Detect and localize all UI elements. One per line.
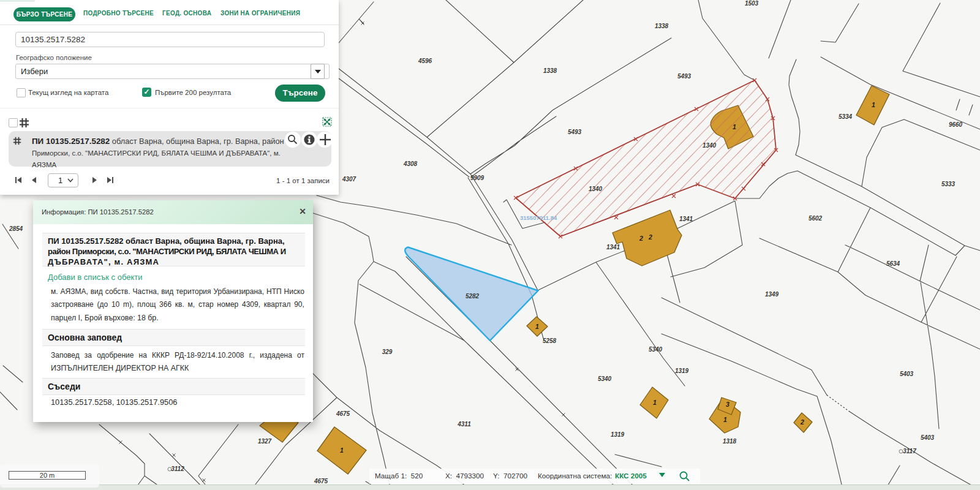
svg-text:5282: 5282 [466, 293, 480, 300]
svg-text:2: 2 [648, 233, 652, 241]
svg-text:5403: 5403 [921, 434, 935, 441]
svg-text:3: 3 [726, 401, 729, 408]
svg-text:4308: 4308 [403, 160, 418, 167]
svg-text:1341: 1341 [606, 244, 620, 251]
svg-text:1338: 1338 [543, 67, 557, 74]
svg-text:1319: 1319 [611, 431, 625, 438]
svg-text:1341: 1341 [679, 216, 693, 222]
svg-text:1: 1 [733, 123, 736, 130]
svg-text:1: 1 [723, 416, 727, 423]
svg-text:1318: 1318 [723, 438, 737, 445]
svg-text:329: 329 [382, 349, 393, 355]
svg-text:5258: 5258 [543, 337, 557, 344]
svg-text:1340: 1340 [589, 186, 603, 192]
svg-text:1: 1 [535, 323, 539, 330]
svg-text:3112: 3112 [171, 466, 184, 472]
svg-text:5334: 5334 [839, 113, 853, 120]
svg-text:5602: 5602 [809, 215, 823, 222]
svg-text:1: 1 [872, 101, 875, 108]
svg-text:1349: 1349 [765, 291, 779, 298]
svg-text:4307: 4307 [342, 176, 356, 183]
svg-text:9909: 9909 [470, 175, 484, 181]
svg-text:5340: 5340 [649, 346, 663, 353]
svg-text:315507011.84: 315507011.84 [520, 214, 557, 221]
svg-text:5634: 5634 [886, 260, 900, 267]
svg-text:4311: 4311 [457, 421, 471, 428]
svg-text:5340: 5340 [598, 375, 612, 382]
svg-text:4675: 4675 [336, 410, 350, 417]
svg-text:1503: 1503 [745, 0, 759, 7]
svg-text:2: 2 [639, 235, 643, 242]
svg-text:5333: 5333 [941, 181, 956, 187]
svg-text:2: 2 [800, 418, 804, 426]
svg-text:5403: 5403 [900, 371, 914, 377]
svg-text:4675: 4675 [314, 478, 328, 484]
svg-text:1327: 1327 [258, 438, 272, 445]
svg-text:4596: 4596 [418, 58, 432, 64]
svg-text:5493: 5493 [568, 129, 582, 135]
svg-text:1319: 1319 [675, 368, 689, 374]
svg-text:2854: 2854 [9, 225, 23, 232]
svg-text:1340: 1340 [703, 142, 717, 149]
svg-text:1: 1 [653, 399, 657, 406]
svg-text:9660: 9660 [949, 121, 963, 128]
svg-text:5493: 5493 [677, 73, 692, 80]
svg-text:1338: 1338 [655, 23, 669, 29]
svg-text:3117: 3117 [903, 448, 916, 454]
svg-text:1: 1 [340, 447, 344, 454]
